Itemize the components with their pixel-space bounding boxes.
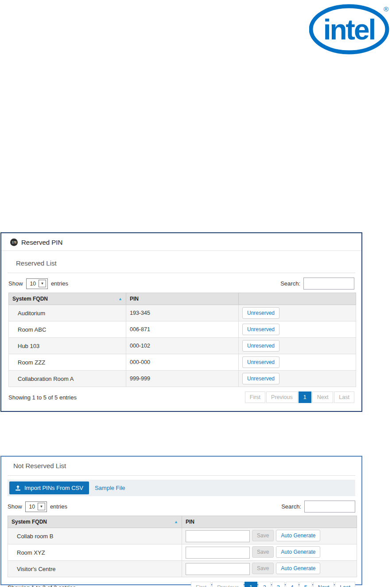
reserved-list-title: Reserved List (16, 259, 354, 267)
divider (1, 250, 361, 251)
not-reserved-table: System FQDN ▲ PIN Collab room BSaveAuto … (8, 516, 357, 577)
search-label: Search: (280, 280, 300, 287)
action-cell: Unreserved (239, 354, 356, 371)
auto-generate-button[interactable]: Auto Generate (276, 563, 320, 574)
upload-icon (15, 485, 21, 491)
pin-cell: 999-999 (126, 371, 239, 387)
column-header-pin[interactable]: PIN (126, 293, 239, 305)
entries-label: entries (50, 503, 67, 510)
page-first-button: First (191, 582, 211, 587)
panel-header: 178 Reserved PIN (1, 233, 361, 250)
column-label: System FQDN (12, 519, 47, 525)
show-label: Show (8, 280, 23, 287)
pin-cell: 006-871 (126, 321, 239, 338)
pin-cell: 000-102 (126, 338, 239, 354)
page-size-value: 10 (29, 504, 35, 510)
pagination: FirstPrevious12345NextLast (190, 582, 355, 587)
unreserved-button[interactable]: Unreserved (242, 324, 279, 335)
table-row: Collaboration Room A999-999Unreserved (9, 371, 356, 387)
unreserved-button[interactable]: Unreserved (242, 356, 279, 368)
page-previous-button: Previous (212, 582, 244, 587)
showing-entries-text: Showing 1 to 5 of 5 entries (8, 394, 77, 401)
save-button[interactable]: Save (252, 563, 274, 574)
divider (8, 475, 355, 476)
pin-entry-cell: SaveAuto Generate (182, 561, 357, 577)
not-reserved-panel: Not Reserved List Import PINs From CSV S… (0, 456, 362, 585)
reserved-pin-panel: 178 Reserved PIN Reserved List Show 10 ▼… (0, 232, 362, 412)
column-header-pin[interactable]: PIN (182, 516, 357, 528)
sample-file-link[interactable]: Sample File (95, 485, 125, 491)
pin-entry-cell: SaveAuto Generate (182, 528, 357, 544)
search-input[interactable] (304, 501, 355, 513)
action-cell: Unreserved (239, 338, 356, 354)
table-footer: Showing 1 to 5 of 5 entries FirstPreviou… (8, 391, 354, 403)
search-group: Search: (280, 278, 354, 290)
page-previous-button: Previous (266, 391, 298, 403)
pin-entry-cell: SaveAuto Generate (182, 544, 357, 561)
page-5-button[interactable]: 5 (299, 582, 312, 587)
table-row: Room ABC006-871Unreserved (9, 321, 356, 338)
unreserved-button[interactable]: Unreserved (242, 340, 279, 352)
column-header-system-fqdn[interactable]: System FQDN ▲ (8, 516, 182, 528)
table-header-row: System FQDN ▲ PIN (8, 516, 357, 528)
page-2-button[interactable]: 2 (258, 582, 271, 587)
entries-label: entries (51, 280, 68, 287)
reserved-table: System FQDN ▲ PIN Auditorium193-345Unres… (8, 293, 356, 387)
page-size-select[interactable]: 10 ▼ (25, 501, 47, 512)
pin-cell: 000-000 (126, 354, 239, 371)
table-row: Collab room BSaveAuto Generate (8, 528, 357, 544)
intel-wordmark: intel (323, 14, 375, 46)
table-footer: Showing 1 to 3 of 3 entries FirstPreviou… (8, 582, 355, 587)
page-3-button[interactable]: 3 (272, 582, 285, 587)
table-controls: Show 10 ▼ entries Search: (8, 501, 355, 513)
auto-generate-button[interactable]: Auto Generate (276, 546, 320, 558)
page-size-group: Show 10 ▼ entries (8, 278, 68, 289)
unreserved-button[interactable]: Unreserved (242, 373, 279, 384)
table-row: Room XYZSaveAuto Generate (8, 544, 357, 561)
column-header-system-fqdn[interactable]: System FQDN ▲ (9, 293, 126, 305)
page-size-select[interactable]: 10 ▼ (26, 278, 48, 289)
page-size-value: 10 (30, 281, 36, 287)
save-button[interactable]: Save (252, 530, 274, 541)
fqdn-cell: Hub 103 (9, 338, 126, 354)
page-next-button[interactable]: Next (313, 582, 334, 587)
page-next-button: Next (312, 391, 334, 403)
page-4-button[interactable]: 4 (286, 582, 299, 587)
intel-logo-icon: intel ® (309, 3, 391, 55)
registered-mark: ® (384, 5, 388, 13)
pin-input[interactable] (186, 563, 250, 575)
page-first-button: First (245, 391, 265, 403)
chevron-down-icon: ▼ (38, 503, 45, 510)
table-row: Room ZZZ000-000Unreserved (9, 354, 356, 371)
action-cell: Unreserved (239, 371, 356, 387)
intel-logo: intel ® (309, 3, 391, 55)
show-label: Show (8, 503, 22, 510)
auto-generate-button[interactable]: Auto Generate (276, 530, 320, 541)
chevron-down-icon: ▼ (39, 280, 46, 287)
table-row: Visitor's CentreSaveAuto Generate (8, 561, 357, 577)
sort-ascending-icon: ▲ (174, 520, 178, 524)
page-1-button[interactable]: 1 (245, 582, 257, 587)
pagination: FirstPrevious1NextLast (244, 391, 354, 403)
pin-input[interactable] (186, 547, 250, 559)
import-pins-button[interactable]: Import PINs From CSV (9, 481, 89, 494)
fqdn-cell: Room XYZ (8, 544, 182, 561)
import-pins-label: Import PINs From CSV (24, 485, 83, 491)
save-button[interactable]: Save (252, 546, 274, 558)
not-reserved-list-title: Not Reserved List (13, 462, 354, 470)
column-header-actions (239, 293, 356, 305)
table-row: Auditorium193-345Unreserved (9, 305, 356, 321)
page-1-button[interactable]: 1 (299, 391, 311, 403)
unreserved-button[interactable]: Unreserved (242, 307, 279, 319)
fqdn-cell: Auditorium (9, 305, 126, 321)
fqdn-cell: Room ZZZ (9, 354, 126, 371)
pin-input[interactable] (186, 530, 250, 542)
fqdn-cell: Visitor's Centre (8, 561, 182, 577)
column-label: System FQDN (12, 296, 48, 302)
fqdn-cell: Room ABC (9, 321, 126, 338)
search-input[interactable] (303, 278, 354, 290)
fqdn-cell: Collaboration Room A (9, 371, 126, 387)
search-label: Search: (281, 503, 301, 510)
page-last-button[interactable]: Last (335, 582, 355, 587)
sort-ascending-icon: ▲ (118, 297, 122, 301)
